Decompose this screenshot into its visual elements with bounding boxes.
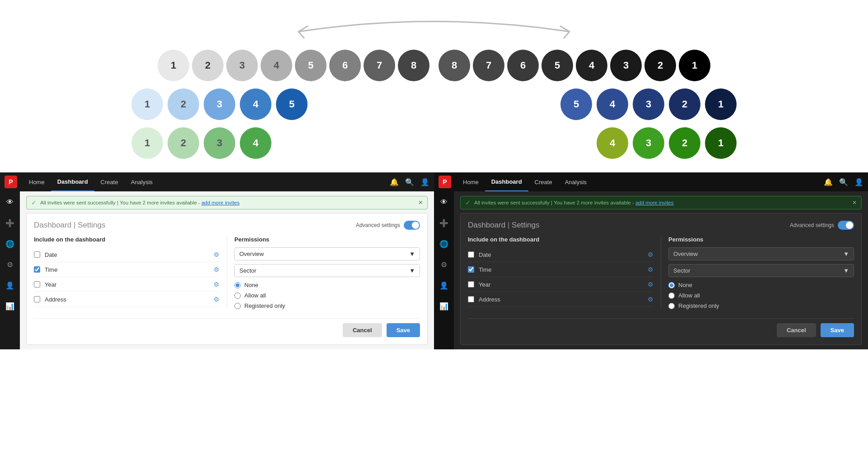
alert-close-left[interactable]: ✕ bbox=[418, 200, 423, 206]
radio-registered-only-right[interactable] bbox=[668, 303, 675, 309]
gear-icon[interactable]: ⚙ bbox=[214, 281, 219, 288]
sidebar-chart-left[interactable]: 📊 bbox=[4, 300, 16, 312]
bell-icon-right[interactable]: 🔔 bbox=[824, 178, 833, 186]
checkbox-time-right[interactable] bbox=[468, 266, 474, 273]
sidebar-chart-right[interactable]: 📊 bbox=[438, 300, 450, 312]
checkbox-row: Date ⚙ bbox=[468, 247, 653, 262]
radio-row: None bbox=[668, 282, 854, 288]
advanced-settings-toggle-right[interactable] bbox=[838, 221, 854, 230]
green-circle: 3 bbox=[204, 127, 235, 159]
user-icon-left[interactable]: 👤 bbox=[420, 178, 429, 186]
green-circle: 2 bbox=[168, 127, 199, 159]
grayscale-circle: 4 bbox=[576, 50, 607, 81]
checkbox-row: Year ⚙ bbox=[34, 277, 219, 292]
app-body-left: 👁 ➕ 🌐 ⚙ 👤 📊 ✓ All invites were sent succ… bbox=[0, 191, 434, 349]
chevron-down-icon: ▼ bbox=[409, 267, 415, 274]
search-icon-right[interactable]: 🔍 bbox=[839, 178, 848, 186]
sidebar-globe-right[interactable]: 🌐 bbox=[438, 237, 450, 250]
alert-close-right[interactable]: ✕ bbox=[852, 200, 857, 206]
advanced-settings-row-left: Advanced settings bbox=[356, 221, 420, 230]
checkbox-year-right[interactable] bbox=[468, 281, 474, 288]
sidebar-user-right[interactable]: 👤 bbox=[438, 279, 450, 292]
radio-allow-all-left[interactable] bbox=[234, 292, 241, 299]
navbar-create-right[interactable]: Create bbox=[528, 172, 559, 191]
checkbox-label: Address bbox=[45, 296, 209, 303]
save-button-left[interactable]: Save bbox=[387, 323, 420, 337]
sidebar-gear-right[interactable]: ⚙ bbox=[438, 258, 450, 271]
checkbox-row: Year ⚙ bbox=[468, 277, 653, 292]
checkbox-address-right[interactable] bbox=[468, 296, 474, 302]
radio-label: Registered only bbox=[244, 302, 285, 309]
navbar-dashboard-right[interactable]: Dashboard bbox=[485, 172, 528, 191]
gear-icon[interactable]: ⚙ bbox=[214, 266, 219, 273]
alert-link-right[interactable]: add more invites bbox=[635, 200, 673, 205]
gear-icon[interactable]: ⚙ bbox=[648, 296, 653, 303]
dropdown[interactable]: Sector▼ bbox=[668, 264, 854, 277]
advanced-settings-label-right: Advanced settings bbox=[790, 222, 834, 228]
settings-left-col-left: Include on the dashboard Date ⚙ Time ⚙ Y… bbox=[34, 236, 227, 309]
sidebar-plus-right[interactable]: ➕ bbox=[438, 217, 450, 229]
checkbox-time-left[interactable] bbox=[34, 266, 40, 273]
advanced-settings-toggle-left[interactable] bbox=[404, 221, 420, 230]
gear-icon[interactable]: ⚙ bbox=[214, 296, 219, 303]
left-panel: P Home Dashboard Create Analysis 🔔 🔍 👤 👁… bbox=[0, 172, 434, 349]
radio-none-right[interactable] bbox=[668, 282, 675, 288]
alert-link-left[interactable]: add more invites bbox=[201, 200, 239, 205]
checkbox-label: Year bbox=[45, 281, 209, 288]
checkbox-date-right[interactable] bbox=[468, 251, 474, 258]
dropdown[interactable]: Sector▼ bbox=[234, 264, 420, 277]
dropdown[interactable]: Overview▼ bbox=[234, 247, 420, 260]
save-button-right[interactable]: Save bbox=[821, 323, 854, 337]
chevron-down-icon: ▼ bbox=[409, 251, 415, 257]
radio-row: None bbox=[234, 282, 420, 288]
checkbox-label: Time bbox=[479, 266, 643, 273]
blue-circle: 5 bbox=[276, 88, 308, 120]
alert-check-right: ✓ bbox=[465, 199, 471, 206]
navbar-left: P Home Dashboard Create Analysis 🔔 🔍 👤 bbox=[0, 172, 434, 191]
gear-icon[interactable]: ⚙ bbox=[648, 266, 653, 273]
advanced-settings-label-left: Advanced settings bbox=[356, 222, 400, 228]
cancel-button-left[interactable]: Cancel bbox=[343, 323, 382, 337]
sidebar-eye-right[interactable]: 👁 bbox=[438, 196, 450, 209]
navbar-create-left[interactable]: Create bbox=[94, 172, 125, 191]
checkbox-date-left[interactable] bbox=[34, 251, 40, 258]
chevron-down-icon: ▼ bbox=[843, 251, 849, 257]
grayscale-circle: 8 bbox=[439, 50, 470, 81]
sidebar-user-left[interactable]: 👤 bbox=[4, 279, 16, 292]
gear-icon[interactable]: ⚙ bbox=[214, 251, 219, 258]
green-circle: 3 bbox=[633, 127, 664, 159]
grayscale-circle: 2 bbox=[192, 50, 224, 81]
radio-allow-all-right[interactable] bbox=[668, 292, 675, 299]
navbar-analysis-right[interactable]: Analysis bbox=[559, 172, 593, 191]
gear-icon[interactable]: ⚙ bbox=[648, 251, 653, 258]
sidebar-plus-left[interactable]: ➕ bbox=[4, 217, 16, 229]
search-icon-left[interactable]: 🔍 bbox=[405, 178, 414, 186]
radio-none-left[interactable] bbox=[234, 282, 241, 288]
radio-registered-only-left[interactable] bbox=[234, 303, 241, 309]
navbar-dashboard-left[interactable]: Dashboard bbox=[51, 172, 94, 191]
navbar-home-left[interactable]: Home bbox=[23, 172, 51, 191]
dropdown[interactable]: Overview▼ bbox=[668, 247, 854, 260]
blue-circle: 3 bbox=[204, 88, 235, 120]
gear-icon[interactable]: ⚙ bbox=[648, 281, 653, 288]
bell-icon-left[interactable]: 🔔 bbox=[390, 178, 399, 186]
advanced-settings-row-right: Advanced settings bbox=[790, 221, 854, 230]
permissions-label-left: Permissions bbox=[234, 236, 420, 243]
navbar-analysis-left[interactable]: Analysis bbox=[125, 172, 159, 191]
sidebar-globe-left[interactable]: 🌐 bbox=[4, 237, 16, 250]
blue-circle: 4 bbox=[240, 88, 271, 120]
cancel-button-right[interactable]: Cancel bbox=[777, 323, 816, 337]
checkbox-address-left[interactable] bbox=[34, 296, 40, 302]
user-icon-right[interactable]: 👤 bbox=[854, 178, 863, 186]
checkbox-year-left[interactable] bbox=[34, 281, 40, 288]
navbar-logo-left: P bbox=[5, 176, 17, 188]
navbar-home-right[interactable]: Home bbox=[457, 172, 485, 191]
blue-circle: 1 bbox=[705, 88, 737, 120]
include-label-right: Include on the dashboard bbox=[468, 236, 653, 243]
permissions-label-right: Permissions bbox=[668, 236, 854, 243]
green-circle: 1 bbox=[705, 127, 737, 159]
sidebar-eye-left[interactable]: 👁 bbox=[4, 196, 16, 209]
grayscale-row: 1234567887654321 bbox=[95, 50, 773, 81]
grayscale-circle: 5 bbox=[541, 50, 573, 81]
sidebar-gear-left[interactable]: ⚙ bbox=[4, 258, 16, 271]
